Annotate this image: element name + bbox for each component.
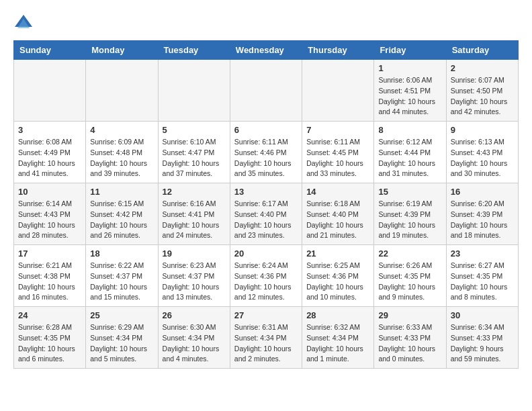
header-sunday: Sunday (14, 41, 86, 60)
day-info: Sunrise: 6:10 AM Sunset: 4:47 PM Dayligh… (163, 137, 226, 179)
header-saturday: Saturday (446, 41, 518, 60)
day-info: Sunrise: 6:21 AM Sunset: 4:38 PM Dayligh… (18, 261, 81, 303)
day-cell: 14Sunrise: 6:18 AM Sunset: 4:40 PM Dayli… (302, 183, 374, 245)
day-number: 11 (90, 187, 153, 197)
day-number: 15 (378, 187, 441, 197)
header-thursday: Thursday (302, 41, 374, 60)
day-cell (86, 60, 158, 122)
day-info: Sunrise: 6:13 AM Sunset: 4:43 PM Dayligh… (451, 137, 514, 179)
day-number: 4 (90, 125, 153, 135)
day-info: Sunrise: 6:17 AM Sunset: 4:40 PM Dayligh… (234, 199, 298, 241)
day-info: Sunrise: 6:28 AM Sunset: 4:35 PM Dayligh… (18, 322, 81, 365)
day-cell: 6Sunrise: 6:11 AM Sunset: 4:46 PM Daylig… (230, 122, 302, 183)
day-number: 9 (451, 125, 514, 135)
day-cell (302, 60, 374, 122)
day-info: Sunrise: 6:24 AM Sunset: 4:36 PM Dayligh… (234, 261, 298, 303)
day-info: Sunrise: 6:07 AM Sunset: 4:50 PM Dayligh… (451, 75, 514, 118)
day-number: 27 (234, 310, 298, 320)
day-info: Sunrise: 6:23 AM Sunset: 4:37 PM Dayligh… (163, 261, 226, 303)
day-info: Sunrise: 6:18 AM Sunset: 4:40 PM Dayligh… (306, 199, 369, 241)
day-cell: 25Sunrise: 6:29 AM Sunset: 4:34 PM Dayli… (86, 307, 158, 369)
week-row-2: 3Sunrise: 6:08 AM Sunset: 4:49 PM Daylig… (14, 122, 519, 183)
day-cell: 22Sunrise: 6:26 AM Sunset: 4:35 PM Dayli… (374, 245, 446, 307)
day-number: 24 (18, 310, 81, 320)
day-cell: 9Sunrise: 6:13 AM Sunset: 4:43 PM Daylig… (446, 122, 518, 183)
day-cell (158, 60, 230, 122)
day-cell: 17Sunrise: 6:21 AM Sunset: 4:38 PM Dayli… (14, 245, 86, 307)
day-number: 23 (451, 248, 514, 259)
header-row: SundayMondayTuesdayWednesdayThursdayFrid… (14, 41, 519, 60)
day-info: Sunrise: 6:31 AM Sunset: 4:34 PM Dayligh… (234, 322, 298, 365)
day-cell: 4Sunrise: 6:09 AM Sunset: 4:48 PM Daylig… (86, 122, 158, 183)
day-number: 8 (378, 125, 441, 135)
day-cell: 12Sunrise: 6:16 AM Sunset: 4:41 PM Dayli… (158, 183, 230, 245)
day-cell: 29Sunrise: 6:33 AM Sunset: 4:33 PM Dayli… (374, 307, 446, 369)
day-cell: 10Sunrise: 6:14 AM Sunset: 4:43 PM Dayli… (14, 183, 86, 245)
day-info: Sunrise: 6:33 AM Sunset: 4:33 PM Dayligh… (378, 322, 441, 365)
day-number: 19 (163, 248, 226, 259)
day-cell: 23Sunrise: 6:27 AM Sunset: 4:35 PM Dayli… (446, 245, 518, 307)
day-number: 22 (378, 248, 441, 259)
day-cell: 19Sunrise: 6:23 AM Sunset: 4:37 PM Dayli… (158, 245, 230, 307)
day-info: Sunrise: 6:20 AM Sunset: 4:39 PM Dayligh… (451, 199, 514, 241)
header-tuesday: Tuesday (158, 41, 230, 60)
day-number: 3 (18, 125, 81, 135)
day-cell: 18Sunrise: 6:22 AM Sunset: 4:37 PM Dayli… (86, 245, 158, 307)
day-info: Sunrise: 6:14 AM Sunset: 4:43 PM Dayligh… (18, 199, 81, 241)
day-number: 17 (18, 248, 81, 259)
week-row-3: 10Sunrise: 6:14 AM Sunset: 4:43 PM Dayli… (14, 183, 519, 245)
calendar-table: SundayMondayTuesdayWednesdayThursdayFrid… (13, 40, 519, 369)
day-info: Sunrise: 6:26 AM Sunset: 4:35 PM Dayligh… (378, 261, 441, 303)
day-number: 30 (451, 310, 514, 320)
day-cell: 24Sunrise: 6:28 AM Sunset: 4:35 PM Dayli… (14, 307, 86, 369)
day-cell (230, 60, 302, 122)
day-number: 25 (90, 310, 153, 320)
day-cell: 2Sunrise: 6:07 AM Sunset: 4:50 PM Daylig… (446, 60, 518, 122)
day-info: Sunrise: 6:08 AM Sunset: 4:49 PM Dayligh… (18, 137, 81, 179)
day-number: 26 (163, 310, 226, 320)
day-info: Sunrise: 6:25 AM Sunset: 4:36 PM Dayligh… (306, 261, 369, 303)
page-header (13, 13, 519, 34)
day-cell: 13Sunrise: 6:17 AM Sunset: 4:40 PM Dayli… (230, 183, 302, 245)
day-info: Sunrise: 6:11 AM Sunset: 4:46 PM Dayligh… (234, 137, 298, 179)
day-cell: 11Sunrise: 6:15 AM Sunset: 4:42 PM Dayli… (86, 183, 158, 245)
day-number: 1 (378, 63, 441, 73)
day-cell: 16Sunrise: 6:20 AM Sunset: 4:39 PM Dayli… (446, 183, 518, 245)
day-number: 18 (90, 248, 153, 259)
day-number: 6 (234, 125, 298, 135)
day-number: 28 (306, 310, 369, 320)
day-info: Sunrise: 6:27 AM Sunset: 4:35 PM Dayligh… (451, 261, 514, 303)
day-info: Sunrise: 6:15 AM Sunset: 4:42 PM Dayligh… (90, 199, 153, 241)
day-number: 2 (451, 63, 514, 73)
day-info: Sunrise: 6:19 AM Sunset: 4:39 PM Dayligh… (378, 199, 441, 241)
day-number: 5 (163, 125, 226, 135)
day-cell: 30Sunrise: 6:34 AM Sunset: 4:33 PM Dayli… (446, 307, 518, 369)
logo (13, 13, 36, 34)
day-number: 29 (378, 310, 441, 320)
day-cell: 5Sunrise: 6:10 AM Sunset: 4:47 PM Daylig… (158, 122, 230, 183)
header-wednesday: Wednesday (230, 41, 302, 60)
day-number: 14 (306, 187, 369, 197)
logo-icon (13, 13, 34, 34)
day-number: 21 (306, 248, 369, 259)
day-cell: 3Sunrise: 6:08 AM Sunset: 4:49 PM Daylig… (14, 122, 86, 183)
day-cell: 28Sunrise: 6:32 AM Sunset: 4:34 PM Dayli… (302, 307, 374, 369)
day-cell: 20Sunrise: 6:24 AM Sunset: 4:36 PM Dayli… (230, 245, 302, 307)
day-cell: 7Sunrise: 6:11 AM Sunset: 4:45 PM Daylig… (302, 122, 374, 183)
day-number: 20 (234, 248, 298, 259)
day-info: Sunrise: 6:06 AM Sunset: 4:51 PM Dayligh… (378, 75, 441, 118)
day-number: 7 (306, 125, 369, 135)
day-info: Sunrise: 6:30 AM Sunset: 4:34 PM Dayligh… (163, 322, 226, 365)
day-info: Sunrise: 6:29 AM Sunset: 4:34 PM Dayligh… (90, 322, 153, 365)
day-number: 12 (163, 187, 226, 197)
week-row-1: 1Sunrise: 6:06 AM Sunset: 4:51 PM Daylig… (14, 60, 519, 122)
day-info: Sunrise: 6:11 AM Sunset: 4:45 PM Dayligh… (306, 137, 369, 179)
day-number: 13 (234, 187, 298, 197)
day-info: Sunrise: 6:22 AM Sunset: 4:37 PM Dayligh… (90, 261, 153, 303)
day-number: 10 (18, 187, 81, 197)
week-row-4: 17Sunrise: 6:21 AM Sunset: 4:38 PM Dayli… (14, 245, 519, 307)
day-info: Sunrise: 6:32 AM Sunset: 4:34 PM Dayligh… (306, 322, 369, 365)
day-info: Sunrise: 6:09 AM Sunset: 4:48 PM Dayligh… (90, 137, 153, 179)
day-info: Sunrise: 6:34 AM Sunset: 4:33 PM Dayligh… (451, 322, 514, 365)
day-info: Sunrise: 6:12 AM Sunset: 4:44 PM Dayligh… (378, 137, 441, 179)
